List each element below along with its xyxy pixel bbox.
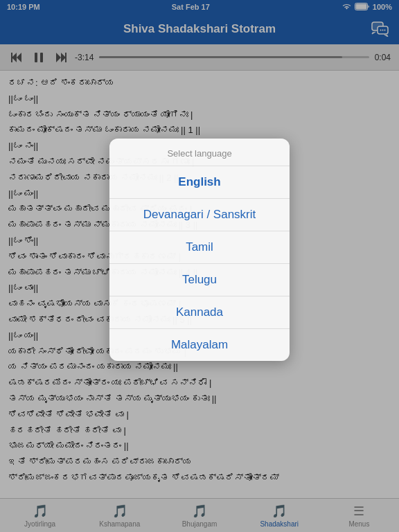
lang-option-english[interactable]: English: [109, 166, 290, 199]
popup-title: Select language: [109, 139, 290, 166]
lang-option-tamil[interactable]: Tamil: [109, 231, 290, 264]
lang-option-kannada[interactable]: Kannada: [109, 296, 290, 329]
lang-option-telugu[interactable]: Telugu: [109, 264, 290, 296]
lang-option-devanagari[interactable]: Devanagari / Sanskrit: [109, 199, 290, 231]
language-overlay[interactable]: Select language English Devanagari / San…: [0, 0, 399, 532]
lang-option-malayalam[interactable]: Malayalam: [109, 329, 290, 361]
language-popup: Select language English Devanagari / San…: [109, 139, 290, 361]
